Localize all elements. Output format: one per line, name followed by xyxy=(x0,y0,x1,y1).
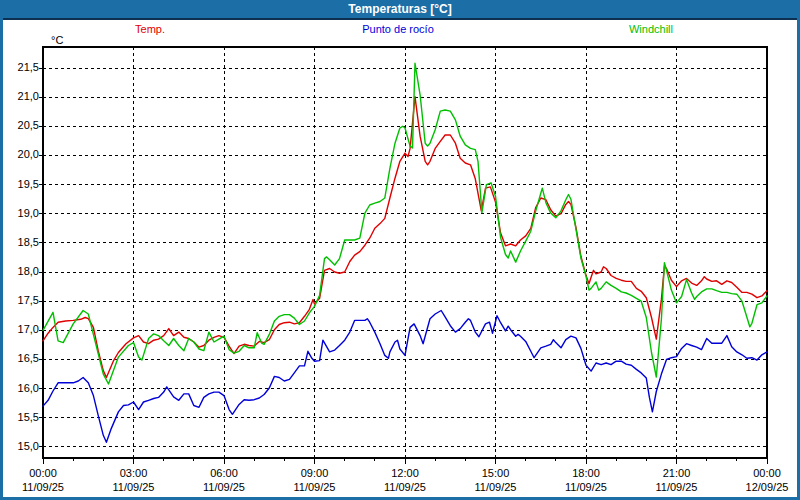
x-tick-label: 12:0011/09/25 xyxy=(373,466,437,494)
x-tick-label: 15:0011/09/25 xyxy=(464,466,528,494)
weather-chart-window: Temperaturas [°C] Temp. Punto de rocío W… xyxy=(0,0,800,500)
y-axis-unit-label: °C xyxy=(49,34,65,46)
chart-svg xyxy=(30,44,774,464)
window-title-bar: Temperaturas [°C] xyxy=(0,0,800,20)
x-tick-label: 09:0011/09/25 xyxy=(283,466,347,494)
x-tick-label: 00:0012/09/25 xyxy=(735,466,799,494)
legend-item-windchill: Windchill xyxy=(629,23,673,35)
legend-item-dewpoint: Punto de rocío xyxy=(362,23,434,35)
chart-legend: Temp. Punto de rocío Windchill xyxy=(3,23,797,43)
x-tick-label: 06:0011/09/25 xyxy=(192,466,256,494)
x-tick-label: 03:0011/09/25 xyxy=(102,466,166,494)
x-tick-label: 00:0011/09/25 xyxy=(11,466,75,494)
window-title: Temperaturas [°C] xyxy=(348,2,451,16)
x-tick-label: 21:0011/09/25 xyxy=(645,466,709,494)
legend-item-temp: Temp. xyxy=(135,23,165,35)
x-tick-label: 18:0011/09/25 xyxy=(554,466,618,494)
